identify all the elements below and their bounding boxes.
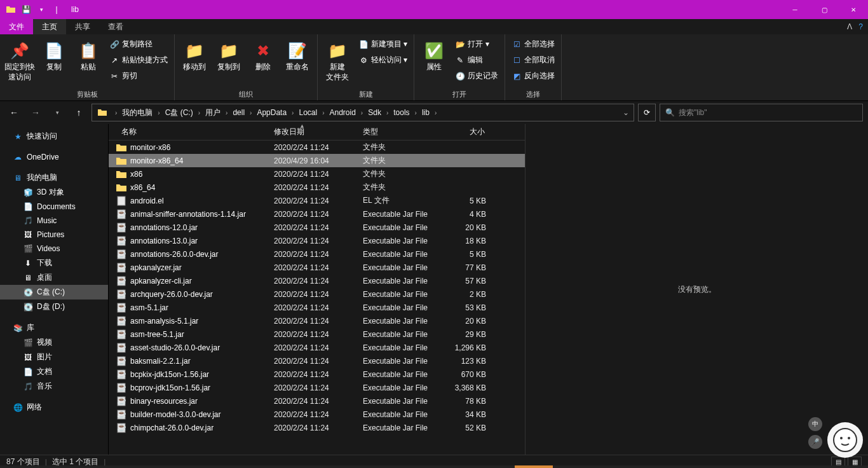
ime-indicator[interactable]: 中 <box>808 417 822 431</box>
col-date[interactable]: 修改日期 <box>274 127 363 137</box>
file-row[interactable]: monitor-x86_642020/4/29 16:04文件夹 <box>109 154 525 167</box>
sidebar-item[interactable]: 🎵音乐 <box>0 379 108 394</box>
breadcrumb-item[interactable]: dell <box>230 108 247 117</box>
menu-share[interactable]: 共享 <box>66 19 99 34</box>
menu-file[interactable]: 文件 <box>0 19 33 34</box>
file-row[interactable]: ☕asm-analysis-5.1.jar2020/2/24 11:24Exec… <box>109 314 525 327</box>
file-row[interactable]: ☕animal-sniffer-annotations-1.14.jar2020… <box>109 207 525 221</box>
file-row[interactable]: ☕bcpkix-jdk15on-1.56.jar2020/2/24 11:24E… <box>109 368 525 381</box>
new-item-button[interactable]: 📄新建项目 ▾ <box>356 37 410 52</box>
help-icon[interactable]: ? <box>858 22 863 31</box>
file-row[interactable]: monitor-x862020/2/24 11:24文件夹 <box>109 141 525 154</box>
delete-button[interactable]: ✖删除 <box>247 37 279 72</box>
chevron-right-icon[interactable]: › <box>247 109 254 116</box>
breadcrumb-item[interactable]: Android <box>327 108 358 117</box>
invert-selection-button[interactable]: ◩反向选择 <box>509 69 557 83</box>
sidebar-item[interactable]: ☁OneDrive <box>0 150 108 164</box>
col-name[interactable]: 名称 <box>109 127 274 137</box>
copy-button[interactable]: 📄复制 <box>38 37 70 72</box>
breadcrumb-item[interactable]: C盘 (C:) <box>163 108 196 117</box>
sidebar-item[interactable]: 🖥我的电脑 <box>0 170 108 185</box>
address-bar[interactable]: › 我的电脑›C盘 (C:)›用户›dell›AppData›Local›And… <box>92 104 634 121</box>
file-row[interactable]: ☕chimpchat-26.0.0-dev.jar2020/2/24 11:24… <box>109 421 525 434</box>
copy-path-button[interactable]: 🔗复制路径 <box>107 37 170 52</box>
maximize-button[interactable]: ▢ <box>810 0 839 19</box>
file-row[interactable]: ☕apkanalyzer.jar2020/2/24 11:24Executabl… <box>109 261 525 274</box>
breadcrumb-item[interactable]: AppData <box>254 108 289 117</box>
sidebar-item[interactable]: 🖥桌面 <box>0 270 108 285</box>
address-dropdown[interactable]: ⌄ <box>618 108 634 117</box>
col-size[interactable]: 大小 <box>439 127 490 137</box>
breadcrumb-item[interactable]: 用户 <box>203 108 223 117</box>
sidebar-item[interactable]: 💽D盘 (D:) <box>0 299 108 314</box>
search-input[interactable]: 🔍 搜索"lib" <box>660 104 863 121</box>
breadcrumb-item[interactable]: tools <box>391 108 412 117</box>
open-button[interactable]: 📂打开 ▾ <box>452 37 501 52</box>
rename-button[interactable]: 📝重命名 <box>281 37 313 72</box>
chevron-right-icon[interactable]: › <box>358 109 365 116</box>
assistant-character[interactable] <box>827 422 863 458</box>
chevron-right-icon[interactable]: › <box>112 109 119 116</box>
sidebar-item[interactable]: 🧊3D 对象 <box>0 185 108 200</box>
sidebar-item[interactable]: 📄文档 <box>0 364 108 379</box>
nav-up[interactable]: ↑ <box>70 104 88 121</box>
save-icon[interactable]: 💾 <box>20 4 32 15</box>
breadcrumb-item[interactable]: Local <box>296 108 320 117</box>
nav-back[interactable]: ← <box>5 104 23 121</box>
chevron-right-icon[interactable]: › <box>412 109 419 116</box>
sidebar-item[interactable]: 🎬视频 <box>0 335 108 350</box>
breadcrumb-item[interactable]: lib <box>419 108 432 117</box>
new-folder-button[interactable]: 📁新建 文件夹 <box>322 37 353 82</box>
properties-button[interactable]: ✅属性 <box>418 37 450 72</box>
sidebar-item[interactable]: 🎬Videos <box>0 242 108 256</box>
col-type[interactable]: 类型 <box>363 127 439 137</box>
chevron-right-icon[interactable]: › <box>384 109 391 116</box>
chevron-right-icon[interactable]: › <box>432 109 439 116</box>
history-button[interactable]: 🕘历史记录 <box>452 69 501 83</box>
file-row[interactable]: ☕archquery-26.0.0-dev.jar2020/2/24 11:24… <box>109 287 525 301</box>
chevron-right-icon[interactable]: › <box>223 109 230 116</box>
nav-forward[interactable]: → <box>27 104 44 121</box>
file-row[interactable]: x862020/2/24 11:24文件夹 <box>109 167 525 181</box>
chevron-right-icon[interactable]: › <box>155 109 162 116</box>
nav-recent[interactable]: ▾ <box>48 104 66 121</box>
copy-to-button[interactable]: 📁复制到 <box>213 37 245 72</box>
dropdown-icon[interactable]: ▾ <box>36 4 47 15</box>
select-none-button[interactable]: ☐全部取消 <box>509 53 557 67</box>
breadcrumb-item[interactable]: Sdk <box>365 108 384 117</box>
close-button[interactable]: ✕ <box>839 0 868 19</box>
minimize-button[interactable]: ─ <box>780 0 810 19</box>
cut-button[interactable]: ✂剪切 <box>107 69 170 83</box>
paste-shortcut-button[interactable]: ↗粘贴快捷方式 <box>107 53 170 67</box>
sidebar-item[interactable]: 💽C盘 (C:) <box>0 285 108 299</box>
refresh-button[interactable]: ⟳ <box>638 104 656 121</box>
menu-view[interactable]: 查看 <box>99 19 132 34</box>
file-row[interactable]: ☕baksmali-2.2.1.jar2020/2/24 11:24Execut… <box>109 354 525 368</box>
file-row[interactable]: ☕apkanalyzer-cli.jar2020/2/24 11:24Execu… <box>109 274 525 287</box>
file-row[interactable]: ☕builder-model-3.0.0-dev.jar2020/2/24 11… <box>109 408 525 421</box>
sidebar-item[interactable]: 🌐网络 <box>0 400 108 415</box>
sidebar-item[interactable]: 🖼Pictures <box>0 228 108 242</box>
paste-button[interactable]: 📋粘贴 <box>72 37 104 72</box>
sidebar-item[interactable]: ★快速访问 <box>0 129 108 144</box>
select-all-button[interactable]: ☑全部选择 <box>509 37 557 52</box>
breadcrumb-item[interactable]: 我的电脑 <box>119 108 155 117</box>
file-row[interactable]: ☕binary-resources.jar2020/2/24 11:24Exec… <box>109 394 525 408</box>
easy-access-button[interactable]: ⚙轻松访问 ▾ <box>356 53 410 67</box>
file-row[interactable]: android.el2020/2/24 11:24EL 文件5 KB <box>109 194 525 207</box>
sidebar-item[interactable]: 🎵Music <box>0 214 108 228</box>
file-row[interactable]: ☕annotations-12.0.jar2020/2/24 11:24Exec… <box>109 221 525 234</box>
file-row[interactable]: ☕annotations-13.0.jar2020/2/24 11:24Exec… <box>109 234 525 247</box>
menu-home[interactable]: 主页 <box>33 19 66 34</box>
move-to-button[interactable]: 📁移动到 <box>179 37 210 72</box>
file-row[interactable]: ☕annotations-26.0.0-dev.jar2020/2/24 11:… <box>109 247 525 261</box>
sidebar-item[interactable]: ⬇下载 <box>0 256 108 270</box>
chevron-right-icon[interactable]: › <box>320 109 327 116</box>
chevron-right-icon[interactable]: › <box>196 109 203 116</box>
ribbon-collapse-icon[interactable]: ᐱ <box>847 22 852 31</box>
file-row[interactable]: ☕asset-studio-26.0.0-dev.jar2020/2/24 11… <box>109 341 525 354</box>
sidebar-item[interactable]: 🖼图片 <box>0 350 108 364</box>
file-row[interactable]: ☕asm-tree-5.1.jar2020/2/24 11:24Executab… <box>109 327 525 341</box>
file-row[interactable]: ☕bcprov-jdk15on-1.56.jar2020/2/24 11:24E… <box>109 381 525 394</box>
chevron-right-icon[interactable]: › <box>289 109 296 116</box>
